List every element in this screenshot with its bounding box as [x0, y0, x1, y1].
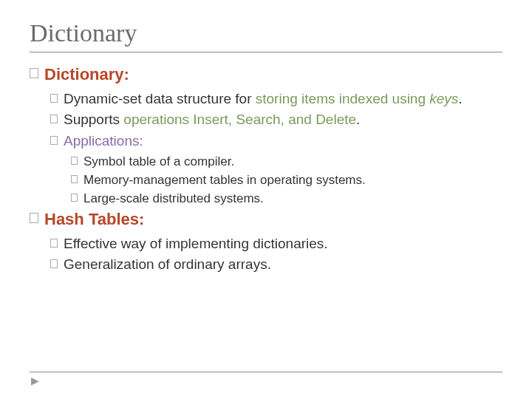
bullet-marker-icon: [71, 175, 78, 183]
bullet-text: Supports operations Insert, Search, and …: [64, 111, 360, 129]
bullet-level2: Effective way of implementing dictionari…: [50, 235, 502, 253]
bullet-level3: Large-scale distributed systems.: [71, 191, 502, 207]
bullet-marker-icon: [30, 68, 38, 78]
bullet-text: Effective way of implementing dictionari…: [64, 235, 328, 253]
bullet-level3: Memory-management tables in operating sy…: [71, 172, 502, 188]
bullet-level1: Hash Tables:: [30, 209, 502, 231]
bullet-text: Memory-management tables in operating sy…: [83, 172, 366, 188]
bullet-text: Dynamic-set data structure for storing i…: [64, 90, 463, 109]
text-accent-green: storing items indexed using: [256, 91, 430, 106]
bullet-level2: Supports operations Insert, Search, and …: [50, 111, 502, 129]
bullet-marker-icon: [50, 115, 58, 123]
bullet-marker-icon: [71, 157, 78, 165]
bullet-marker-icon: [50, 259, 58, 268]
bullet-text: Symbol table of a compiler.: [83, 154, 234, 170]
bullet-level2: Applications:: [50, 132, 502, 151]
bullet-text: Large-scale distributed systems.: [83, 191, 264, 207]
section-heading: Hash Tables:: [44, 209, 144, 231]
bullet-text: Generalization of ordinary arrays.: [64, 256, 271, 274]
text-plain: Dynamic-set data structure for: [64, 91, 256, 106]
bullet-level1: Dictionary:: [30, 64, 502, 86]
footer-divider: [30, 372, 502, 372]
text-plain: Supports: [64, 112, 123, 127]
bullet-level2: Dynamic-set data structure for storing i…: [50, 90, 502, 109]
bullet-marker-icon: [50, 136, 58, 145]
bullet-level2: Generalization of ordinary arrays.: [50, 256, 502, 274]
slide-title: Dictionary: [30, 13, 502, 52]
section-heading: Dictionary:: [44, 64, 129, 86]
bullet-marker-icon: [71, 194, 78, 202]
text-plain: .: [458, 91, 462, 106]
play-arrow-icon: ▶: [31, 375, 39, 387]
bullet-marker-icon: [50, 239, 58, 248]
slide: Dictionary Dictionary: Dynamic-set data …: [0, 0, 532, 274]
bullet-marker-icon: [30, 213, 38, 223]
text-accent-green: operations Insert, Search, and Delete: [123, 112, 356, 127]
text-accent-purple: Applications:: [64, 132, 143, 151]
text-plain: .: [356, 112, 360, 127]
text-accent-green-italic: keys: [429, 91, 458, 106]
bullet-level3: Symbol table of a compiler.: [71, 154, 502, 170]
bullet-marker-icon: [50, 94, 58, 103]
